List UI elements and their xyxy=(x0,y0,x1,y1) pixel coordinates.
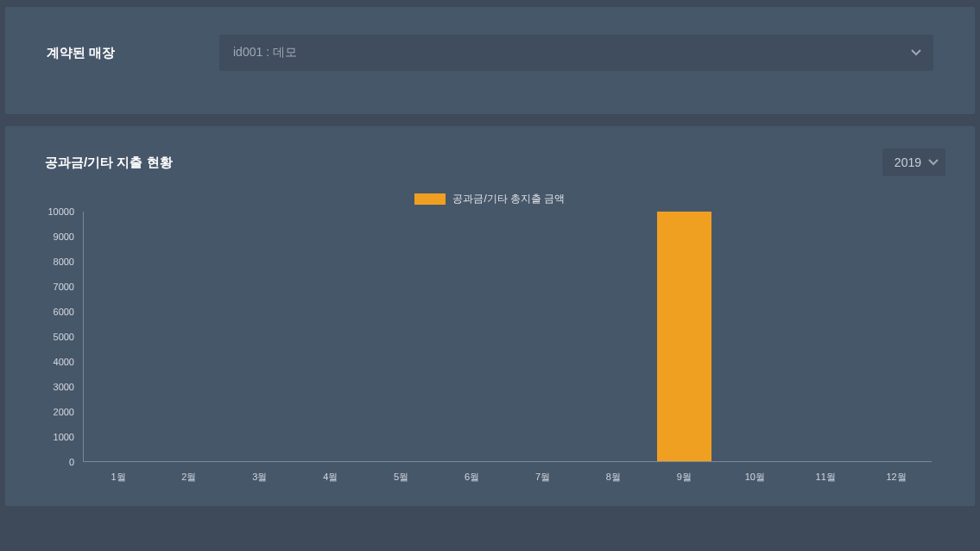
bar-slot xyxy=(155,212,225,461)
bar-slot xyxy=(649,212,720,461)
x-tick: 12월 xyxy=(861,471,932,484)
bar-slot xyxy=(437,212,508,461)
store-select[interactable]: id001 : 데모 xyxy=(219,35,933,71)
x-tick: 10월 xyxy=(719,471,790,484)
x-tick: 2월 xyxy=(154,471,224,484)
x-tick: 8월 xyxy=(578,471,648,484)
x-tick: 11월 xyxy=(790,471,861,484)
y-tick: 0 xyxy=(31,457,74,467)
chart-area: 0100020003000400050006000700080009000100… xyxy=(31,212,949,484)
filter-row: 계약된 매장 id001 : 데모 xyxy=(31,26,949,95)
x-tick: 9월 xyxy=(648,471,719,484)
x-tick: 4월 xyxy=(295,471,366,484)
chevron-down-icon xyxy=(911,49,920,56)
x-tick: 5월 xyxy=(366,471,437,484)
y-tick: 4000 xyxy=(31,357,74,367)
year-select-value: 2019 xyxy=(895,155,921,169)
y-tick: 1000 xyxy=(31,432,74,442)
bar-slot xyxy=(790,212,861,461)
y-tick: 2000 xyxy=(31,407,74,417)
bar-slot xyxy=(861,212,932,461)
store-select-value: id001 : 데모 xyxy=(233,45,297,60)
y-tick: 9000 xyxy=(31,231,74,242)
x-tick: 3월 xyxy=(224,471,295,484)
y-tick: 10000 xyxy=(31,206,74,217)
x-tick: 7월 xyxy=(508,471,579,484)
legend-swatch xyxy=(414,193,446,205)
x-axis: 1월2월3월4월5월6월7월8월9월10월11월12월 xyxy=(83,471,932,484)
bar-slot xyxy=(508,212,579,461)
y-tick: 3000 xyxy=(31,382,74,392)
x-tick: 1월 xyxy=(83,471,154,484)
y-tick: 5000 xyxy=(31,332,74,342)
y-axis: 0100020003000400050006000700080009000100… xyxy=(31,212,79,462)
chart-panel: 공과금/기타 지출 현황 2019 공과금/기타 총지출 금액 01000200… xyxy=(5,126,975,506)
filter-panel: 계약된 매장 id001 : 데모 xyxy=(5,7,975,114)
chart-bar[interactable] xyxy=(657,212,711,461)
x-tick: 6월 xyxy=(437,471,508,484)
chart-bars xyxy=(84,212,932,461)
filter-label: 계약된 매장 xyxy=(47,45,185,61)
chart-header: 공과금/기타 지출 현황 2019 xyxy=(31,149,949,192)
bar-slot xyxy=(84,212,155,461)
chevron-down-icon xyxy=(928,159,937,166)
bar-slot xyxy=(366,212,437,461)
legend-label: 공과금/기타 총지출 금액 xyxy=(452,192,565,206)
bar-slot xyxy=(719,212,790,461)
bar-slot xyxy=(579,212,649,461)
y-tick: 6000 xyxy=(31,307,74,317)
bar-slot xyxy=(225,212,296,461)
y-tick: 8000 xyxy=(31,256,74,267)
chart-legend: 공과금/기타 총지출 금액 xyxy=(31,192,949,206)
year-select[interactable]: 2019 xyxy=(882,149,945,176)
chart-title: 공과금/기타 지출 현황 xyxy=(45,155,173,171)
bar-slot xyxy=(295,212,366,461)
y-tick: 7000 xyxy=(31,282,74,292)
chart-plot xyxy=(83,212,932,462)
